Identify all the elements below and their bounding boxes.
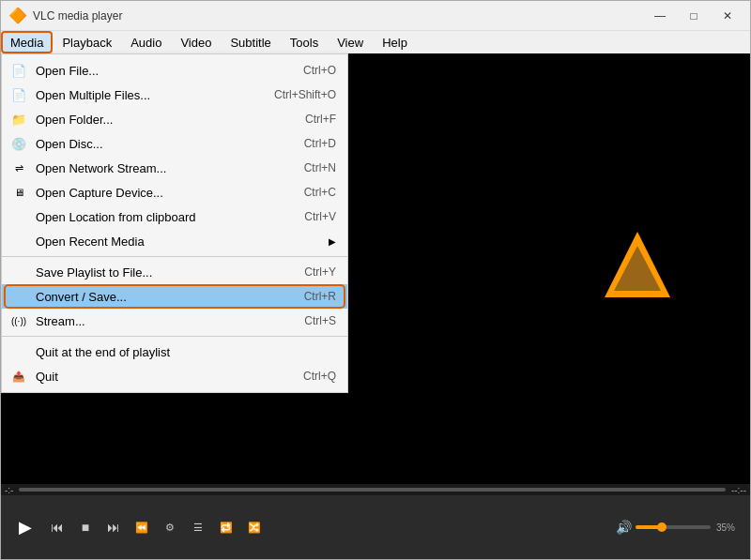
separator-2 (2, 336, 347, 337)
open-multiple-icon: 📄 (9, 88, 28, 102)
menu-media[interactable]: Media (1, 31, 53, 53)
next-button[interactable]: ⏭ (100, 514, 127, 540)
menu-video-label: Video (180, 36, 211, 50)
volume-icon[interactable]: 🔊 (616, 520, 632, 535)
open-capture-label: Open Capture Device... (36, 186, 267, 200)
vlc-window: 🔶 VLC media player — □ ✕ Media Playback … (0, 0, 751, 560)
volume-pct: 35% (716, 522, 743, 533)
menu-item-open-network[interactable]: ⇌ Open Network Stream... Ctrl+N (2, 156, 347, 180)
open-network-icon: ⇌ (9, 162, 28, 174)
stream-label: Stream... (36, 314, 267, 328)
open-disc-icon: 💿 (9, 137, 28, 151)
volume-track (636, 525, 711, 529)
titlebar: 🔶 VLC media player — □ ✕ (1, 1, 750, 31)
random-button[interactable]: 🔀 (241, 514, 268, 540)
menu-item-open-folder[interactable]: 📁 Open Folder... Ctrl+F (2, 107, 347, 131)
open-disc-shortcut: Ctrl+D (304, 137, 336, 150)
menu-audio[interactable]: Audio (121, 31, 171, 53)
maximize-button[interactable]: □ (679, 6, 709, 26)
menu-audio-label: Audio (130, 36, 161, 50)
menu-playback[interactable]: Playback (53, 31, 121, 53)
open-folder-shortcut: Ctrl+F (305, 113, 336, 126)
open-folder-label: Open Folder... (36, 113, 268, 127)
menu-tools-label: Tools (290, 36, 318, 50)
open-file-icon: 📄 (9, 64, 28, 78)
window-controls: — □ ✕ (645, 6, 743, 26)
menu-playback-label: Playback (62, 36, 112, 50)
menu-item-open-file[interactable]: 📄 Open File... Ctrl+O (2, 58, 347, 83)
quit-end-label: Quit at the end of playlist (36, 345, 336, 359)
convert-save-shortcut: Ctrl+R (304, 290, 336, 303)
open-location-shortcut: Ctrl+V (304, 210, 336, 223)
stream-icon: ((·)) (9, 316, 28, 326)
menu-subtitle[interactable]: Subtitle (221, 31, 280, 53)
volume-slider[interactable] (636, 522, 711, 533)
menu-tools[interactable]: Tools (281, 31, 328, 53)
menu-item-open-multiple[interactable]: 📄 Open Multiple Files... Ctrl+Shift+O (2, 83, 347, 107)
open-recent-label: Open Recent Media (36, 235, 321, 249)
open-recent-arrow: ▶ (329, 236, 336, 247)
open-location-label: Open Location from clipboard (36, 210, 267, 224)
play-button[interactable]: ▶ (8, 510, 42, 544)
progress-bar[interactable] (19, 488, 725, 492)
app-icon: 🔶 (8, 7, 27, 25)
open-file-label: Open File... (36, 64, 266, 78)
convert-save-label: Convert / Save... (36, 290, 267, 304)
quit-shortcut: Ctrl+Q (303, 370, 336, 383)
menu-item-quit-end[interactable]: Quit at the end of playlist (2, 340, 347, 364)
open-folder-icon: 📁 (9, 113, 28, 127)
vlc-logo (600, 227, 675, 311)
menubar: Media Playback Audio Video Subtitle Tool… (1, 31, 750, 53)
open-capture-icon: 🖥 (9, 187, 28, 198)
save-playlist-shortcut: Ctrl+Y (304, 265, 336, 279)
loop-button[interactable]: 🔁 (213, 514, 239, 540)
frame-back-button[interactable]: ⏪ (129, 514, 155, 540)
menu-item-stream[interactable]: ((·)) Stream... Ctrl+S (2, 309, 347, 333)
menu-media-label: Media (10, 36, 43, 50)
time-left: -:- (5, 485, 13, 495)
menu-item-open-location[interactable]: Open Location from clipboard Ctrl+V (2, 204, 347, 229)
stop-button[interactable]: ■ (72, 514, 99, 540)
open-capture-shortcut: Ctrl+C (304, 186, 336, 199)
volume-handle (657, 522, 667, 532)
menu-video[interactable]: Video (171, 31, 221, 53)
close-button[interactable]: ✕ (713, 6, 743, 26)
open-file-shortcut: Ctrl+O (303, 64, 336, 77)
open-network-shortcut: Ctrl+N (304, 161, 336, 174)
open-multiple-shortcut: Ctrl+Shift+O (274, 88, 336, 101)
menu-help-label: Help (382, 36, 407, 50)
show-playlist-button[interactable]: ☰ (185, 514, 211, 540)
prev-button[interactable]: ⏮ (44, 514, 70, 540)
open-disc-label: Open Disc... (36, 137, 267, 151)
extended-button[interactable]: ⚙ (157, 514, 183, 540)
menu-view-label: View (337, 36, 363, 50)
menu-item-save-playlist[interactable]: Save Playlist to File... Ctrl+Y (2, 260, 347, 284)
quit-icon: 📤 (9, 371, 28, 383)
menu-help[interactable]: Help (373, 31, 417, 53)
menu-item-open-recent[interactable]: Open Recent Media ▶ (2, 229, 347, 253)
menu-item-open-disc[interactable]: 💿 Open Disc... Ctrl+D (2, 131, 347, 156)
progress-bar-area: -:- --:-- (1, 484, 750, 495)
menu-subtitle-label: Subtitle (230, 36, 270, 50)
menu-view[interactable]: View (328, 31, 373, 53)
quit-label: Quit (36, 370, 266, 384)
separator-1 (2, 256, 347, 257)
controls-right: 🔊 35% (616, 520, 743, 535)
window-title: VLC media player (33, 9, 645, 23)
open-multiple-label: Open Multiple Files... (36, 88, 237, 102)
controls-row: ▶ ⏮ ■ ⏭ ⏪ ⚙ ☰ 🔁 🔀 🔊 35% (1, 495, 750, 559)
media-dropdown: 📄 Open File... Ctrl+O 📄 Open Multiple Fi… (1, 53, 348, 393)
menu-item-open-capture[interactable]: 🖥 Open Capture Device... Ctrl+C (2, 180, 347, 204)
stream-shortcut: Ctrl+S (304, 314, 336, 327)
controls-left: ▶ ⏮ ■ ⏭ ⏪ ⚙ ☰ 🔁 🔀 (8, 510, 268, 544)
menu-item-quit[interactable]: 📤 Quit Ctrl+Q (2, 364, 347, 388)
time-right: --:-- (731, 485, 746, 495)
open-network-label: Open Network Stream... (36, 161, 267, 175)
save-playlist-label: Save Playlist to File... (36, 265, 267, 280)
menu-item-convert-save[interactable]: Convert / Save... Ctrl+R (2, 284, 347, 309)
minimize-button[interactable]: — (645, 6, 675, 26)
controls-area: -:- --:-- ▶ ⏮ ■ ⏭ ⏪ ⚙ ☰ 🔁 🔀 🔊 (1, 484, 750, 559)
